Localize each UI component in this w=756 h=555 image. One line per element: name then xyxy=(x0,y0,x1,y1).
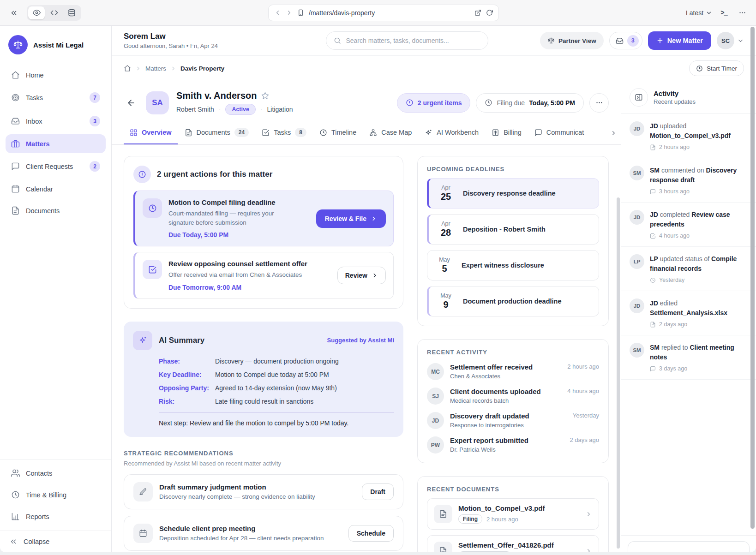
latest-dropdown[interactable]: Latest xyxy=(686,9,712,17)
activity-time: Yesterday xyxy=(573,412,599,419)
new-matter-button[interactable]: New Matter xyxy=(648,31,711,50)
document-row[interactable]: Settlement_Offer_041826.pdf Corresponden… xyxy=(427,535,599,552)
panel-toggle-icon[interactable] xyxy=(630,88,648,107)
url-text[interactable]: /matters/davis-property xyxy=(309,9,470,17)
activity-feed-item[interactable]: SM SM commented on Discovery response dr… xyxy=(621,158,756,203)
sidebar-item-calendar[interactable]: Calendar xyxy=(6,179,106,198)
sidebar-item-matters[interactable]: Matters xyxy=(6,134,106,153)
breadcrumb-matters[interactable]: Matters xyxy=(145,65,166,72)
home-icon[interactable] xyxy=(124,65,131,72)
url-bar[interactable]: /matters/davis-property xyxy=(268,5,499,21)
deadline-item[interactable]: Apr 28 Deposition - Robert Smith xyxy=(427,214,599,245)
urgent-items-pill[interactable]: 2 urgent items xyxy=(397,93,471,113)
review-and-file-button[interactable]: Review & File xyxy=(316,209,386,228)
tab-case-map[interactable]: Case Map xyxy=(363,121,418,144)
browser-forward-icon[interactable] xyxy=(286,9,293,16)
preview-eye-icon[interactable] xyxy=(28,6,45,19)
activity-row[interactable]: MC Settlement offer received Chen & Asso… xyxy=(427,363,599,380)
chevron-right-icon xyxy=(170,66,176,72)
star-icon[interactable] xyxy=(261,92,269,100)
tab-communications[interactable]: Communicat xyxy=(528,121,590,144)
tab-label: Timeline xyxy=(331,129,356,136)
search-input[interactable] xyxy=(346,37,480,44)
browser-back-icon[interactable] xyxy=(274,9,281,16)
window-scrollbar[interactable] xyxy=(750,27,755,529)
sidebar-item-client-requests[interactable]: Client Requests 2 xyxy=(6,156,106,177)
urgent-action-due: Due Today, 5:00 PM xyxy=(168,231,310,239)
activity-feed-text: JD completed Review case precedents xyxy=(650,210,748,229)
inbox-icon xyxy=(616,37,624,45)
deadline-item[interactable]: Apr 25 Discovery response deadline xyxy=(427,178,599,209)
back-button[interactable] xyxy=(124,95,138,110)
urgent-action-item[interactable]: Review opposing counsel settlement offer… xyxy=(133,252,394,299)
button-label: Review & File xyxy=(325,215,366,222)
recommendation-item[interactable]: Draft summary judgment motion Discovery … xyxy=(124,474,403,509)
recommendation-item[interactable]: Schedule client prep meeting Deposition … xyxy=(124,516,403,551)
urgent-action-item[interactable]: Motion to Compel filing deadline Court-m… xyxy=(133,191,394,246)
partner-view-button[interactable]: Partner View xyxy=(540,32,604,49)
recent-activity-title: RECENT ACTIVITY xyxy=(427,349,599,356)
tab-label: Billing xyxy=(504,129,522,136)
chevron-right-icon xyxy=(585,511,592,518)
deadline-label: Deposition - Robert Smith xyxy=(463,226,546,233)
activity-feed-item[interactable]: JD JD completed Review case precedents 4… xyxy=(621,203,756,247)
terminal-icon[interactable]: >_ xyxy=(720,9,727,17)
tab-ai-workbench[interactable]: AI Workbench xyxy=(419,121,485,144)
tab-overview[interactable]: Overview xyxy=(124,121,178,144)
actor: SM xyxy=(650,167,660,174)
activity-feed-item[interactable]: SM SM replied to Client meeting notes 3 … xyxy=(621,335,756,380)
document-row[interactable]: Motion_to_Compel_v3.pdf Filing 2 hours a… xyxy=(427,498,599,530)
sidebar-item-reports[interactable]: Reports xyxy=(6,507,106,526)
filing-due-pill[interactable]: Filing due Today, 5:00 PM xyxy=(476,93,584,113)
more-menu-icon[interactable] xyxy=(736,6,749,19)
sidebar-item-inbox[interactable]: Inbox 3 xyxy=(6,111,106,131)
sidebar-item-label: Calendar xyxy=(26,185,53,193)
main-scrollbar[interactable] xyxy=(617,197,620,549)
sidebar-item-home[interactable]: Home xyxy=(6,66,106,84)
activity-row[interactable]: JD Discovery draft updated Response to i… xyxy=(427,412,599,429)
start-timer-button[interactable]: Start Timer xyxy=(689,60,744,76)
sidebar-collapse-button[interactable]: Collapse xyxy=(0,531,111,552)
avatar: LP xyxy=(630,254,644,269)
activity-title: Expert report submitted xyxy=(450,436,528,444)
database-icon[interactable] xyxy=(63,6,80,19)
activity-row[interactable]: SJ Client documents uploaded Medical rec… xyxy=(427,388,599,405)
user-menu[interactable]: SC xyxy=(717,32,744,49)
activity-feed-item[interactable]: JD JD uploaded Motion_to_Compel_v3.pdf 2… xyxy=(621,114,756,158)
global-search[interactable] xyxy=(326,31,488,50)
matter-avatar: SA xyxy=(146,91,169,114)
review-button[interactable]: Review xyxy=(337,267,386,284)
device-icon[interactable] xyxy=(297,9,304,16)
sidebar-item-tasks[interactable]: Tasks 7 xyxy=(6,87,106,108)
tab-documents[interactable]: Documents 24 xyxy=(179,121,255,144)
header-inbox-button[interactable]: 3 xyxy=(609,32,642,49)
collapse-panel-icon[interactable] xyxy=(7,6,20,19)
urgent-action-title: Review opposing counsel settlement offer xyxy=(168,260,331,268)
sidebar-item-time-billing[interactable]: Time & Billing xyxy=(6,485,106,504)
ai-suggested-by: Suggested by Assist Mi xyxy=(327,337,394,344)
clock-icon xyxy=(696,65,703,72)
deadline-item[interactable]: May 5 Expert witness disclosure xyxy=(427,250,599,280)
tab-tasks[interactable]: Tasks 8 xyxy=(256,121,312,144)
header-actions: Partner View 3 New Matter SC xyxy=(540,31,744,50)
urgent-actions-card: 2 urgent actions for this matter Motion … xyxy=(124,156,403,309)
tab-timeline[interactable]: Timeline xyxy=(313,121,362,144)
activity-feed-item[interactable]: JD JD edited Settlement_Analysis.xlsx 2 … xyxy=(621,291,756,335)
activity-row[interactable]: PW Expert report submitted Dr. Patricia … xyxy=(427,436,599,454)
comment-composer[interactable] xyxy=(628,541,750,552)
refresh-icon[interactable] xyxy=(486,9,493,16)
deadline-item[interactable]: May 9 Document production deadline xyxy=(427,286,599,316)
code-icon[interactable] xyxy=(46,6,62,19)
tabs-scroll-right-icon[interactable] xyxy=(601,121,621,144)
tab-label: Overview xyxy=(142,129,172,136)
activity-feed-meta: Yesterday xyxy=(650,277,748,283)
matter-more-button[interactable] xyxy=(589,93,609,113)
schedule-button[interactable]: Schedule xyxy=(348,525,394,542)
activity-feed-item[interactable]: LP LP updated status of Compile financia… xyxy=(621,247,756,291)
sidebar-item-documents[interactable]: Documents xyxy=(6,201,106,220)
right-column: UPCOMING DEADLINES Apr 25 Discovery resp… xyxy=(417,156,609,552)
draft-button[interactable]: Draft xyxy=(362,483,394,500)
sidebar-item-contacts[interactable]: Contacts xyxy=(6,464,106,483)
open-external-icon[interactable] xyxy=(474,9,481,16)
tab-billing[interactable]: Billing xyxy=(486,121,528,144)
